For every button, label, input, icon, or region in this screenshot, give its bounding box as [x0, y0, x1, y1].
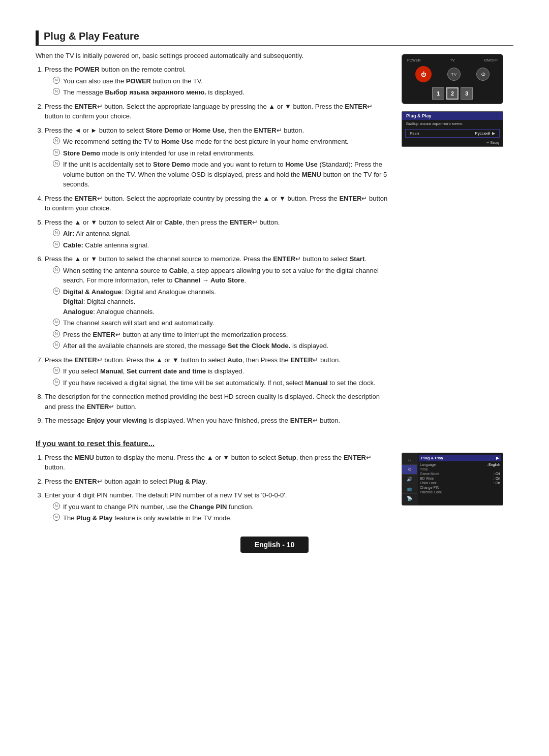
step-6-note-4: N Press the ENTER↵ button at any time to…: [53, 330, 391, 340]
note-icon: N: [53, 266, 60, 273]
note-icon: N: [53, 367, 60, 374]
setup-sidebar-icons: ⌂ ⚙ 🔊 📺 📡: [402, 453, 417, 505]
language-value: Русский: [475, 131, 490, 136]
note-text: The channel search will start and end au…: [63, 318, 391, 328]
main-content: When the TV is initially powered on, bas…: [36, 52, 513, 430]
step-6-note-5: N After all the available channels are s…: [53, 341, 391, 351]
step-6-note-2: N Digital & Analogue: Digital and Analog…: [53, 287, 391, 317]
note-text: If you have received a digital signal, t…: [63, 378, 391, 388]
step-5-note-1: N Air: Air antenna signal.: [53, 229, 391, 239]
setup-right-content: Plug & Play ▶ Language : English Time: [417, 453, 503, 505]
reset-section: If you want to reset this feature... Pre…: [36, 439, 513, 527]
setup-row-childlock: Child Lock : On: [419, 481, 501, 485]
step-5-note-2: N Cable: Cable antenna signal.: [53, 240, 391, 250]
note-text: If you select Manual, Set current date a…: [63, 366, 391, 376]
step-9: The message Enjoy your viewing is displa…: [45, 416, 391, 426]
note-text: If you want to change PIN number, use th…: [63, 502, 391, 512]
arrow-right: ▶: [492, 131, 495, 136]
note-text: Digital & Analogue: Digital and Analogue…: [63, 287, 391, 317]
setup-row-value-child: : On: [494, 481, 500, 485]
note-text: Store Demo mode is only intended for use…: [63, 148, 391, 159]
setup-row-label-child: Child Lock: [420, 481, 494, 485]
reset-step-3-note-1: N If you want to change PIN number, use …: [53, 502, 391, 512]
num3-button: 3: [461, 87, 473, 100]
step-1-note-2: N The message Выбор языка экранного меню…: [53, 87, 391, 98]
sidebar-icon-4: 📺: [402, 484, 417, 494]
note-icon: N: [53, 160, 60, 167]
step-3-note-1: N We recommend setting the TV to Home Us…: [53, 137, 391, 147]
footer: English - 10: [0, 537, 549, 553]
power-button: ⏻: [415, 66, 432, 82]
step-4: Press the ENTER↵ button. Select the appr…: [45, 194, 391, 213]
step-3-note-3: N If the unit is accidentally set to Sto…: [53, 160, 391, 190]
note-icon: N: [53, 514, 60, 521]
footer-badge: English - 10: [240, 537, 309, 553]
note-text: The Plug & Play feature is only availabl…: [63, 513, 391, 523]
step-1: Press the POWER button on the remote con…: [45, 65, 391, 98]
step-3: Press the ◄ or ► button to select Store …: [45, 125, 391, 190]
setup-header-row: Plug & Play ▶: [419, 455, 501, 461]
page-container: Plug & Play Feature When the TV is initi…: [0, 0, 549, 568]
enter-hint: ↵ Ввод: [402, 139, 503, 146]
text-column: When the TV is initially powered on, bas…: [36, 52, 391, 430]
setup-row-label-parental: Parental Lock: [420, 490, 500, 494]
steps-list: Press the POWER button on the remote con…: [36, 65, 391, 426]
plug-play-menu-image: Plug & Play Выбор языка экранного меню. …: [402, 111, 503, 147]
setup-row-label-changepin: Change PIN: [420, 486, 500, 489]
note-icon: N: [53, 288, 60, 295]
num2-button: 2: [446, 87, 459, 100]
note-icon: N: [53, 137, 60, 144]
sidebar-icon-3: 🔊: [402, 475, 417, 484]
note-text: The message Выбор языка экранного меню. …: [63, 87, 391, 98]
reset-step-2: Press the ENTER↵ button again to select …: [45, 477, 391, 487]
setup-header-label: Plug & Play: [421, 456, 496, 460]
setup-row-gamemode: Game Mode : Off: [419, 471, 501, 476]
step-6-note-3: N The channel search will start and end …: [53, 318, 391, 328]
setup-row-parental: Parental Lock: [419, 490, 501, 494]
setup-screen: ⌂ ⚙ 🔊 📺 📡 Plug & Play ▶: [402, 453, 503, 506]
menu-title: Plug & Play: [402, 112, 503, 120]
setup-row-value-lang: : English: [486, 463, 500, 466]
step-8: The description for the connection metho…: [45, 392, 391, 412]
setup-row-value-game: : Off: [494, 472, 500, 476]
note-icon: N: [53, 502, 60, 510]
sidebar-icon-setup: ⚙: [402, 465, 417, 475]
note-icon: N: [53, 341, 60, 349]
sidebar-icon-5: 📡: [402, 494, 417, 503]
menu-subtitle: Выбор языка экранного меню.: [402, 120, 503, 128]
language-row: Язык Русский ▶: [405, 129, 500, 138]
step-6: Press the ▲ or ▼ button to select the ch…: [45, 254, 391, 351]
step-7: Press the ENTER↵ button. Press the ▲ or …: [45, 355, 391, 388]
step-1-note-1: N You can also use the POWER button on t…: [53, 76, 391, 86]
page-title: Plug & Play Feature: [36, 30, 513, 46]
step-3-note-2: N Store Demo mode is only intended for u…: [53, 148, 391, 159]
note-icon: N: [53, 77, 60, 84]
reset-step-3-note-2: N The Plug & Play feature is only availa…: [53, 513, 391, 523]
note-icon: N: [53, 88, 60, 95]
setup-row-label-bd: BD Wise: [420, 477, 494, 480]
intro-text: When the TV is initially powered on, bas…: [36, 52, 391, 59]
image-column: POWER TV ON/OFF ⏻ TV ⏻ 1 2 3 Plug & Play: [402, 52, 513, 430]
setup-row-label-time: Time: [420, 467, 500, 471]
step-2: Press the ENTER↵ button. Select the appr…: [45, 102, 391, 121]
note-icon: N: [53, 330, 60, 337]
reset-step-1: Press the MENU button to display the men…: [45, 453, 391, 472]
note-icon: N: [53, 379, 60, 386]
note-icon: N: [53, 319, 60, 326]
note-text: You can also use the POWER button on the…: [63, 76, 391, 86]
note-text: Air: Air antenna signal.: [63, 229, 391, 239]
num1-button: 1: [432, 87, 444, 100]
setup-header-arrow: ▶: [496, 456, 499, 460]
note-icon: N: [53, 229, 60, 236]
language-label: Язык: [410, 131, 475, 136]
setup-row-changepin: Change PIN: [419, 485, 501, 490]
sidebar-icon-1: ⌂: [402, 455, 417, 465]
note-text: After all the available channels are sto…: [63, 341, 391, 351]
note-text: When setting the antenna source to Cable…: [63, 266, 391, 286]
note-icon: N: [53, 241, 60, 248]
note-text: If the unit is accidentally set to Store…: [63, 160, 391, 190]
step-7-note-1: N If you select Manual, Set current date…: [53, 366, 391, 376]
step-5: Press the ▲ or ▼ button to select Air or…: [45, 217, 391, 250]
tv-button: TV: [447, 68, 461, 81]
step-7-note-2: N If you have received a digital signal,…: [53, 378, 391, 388]
